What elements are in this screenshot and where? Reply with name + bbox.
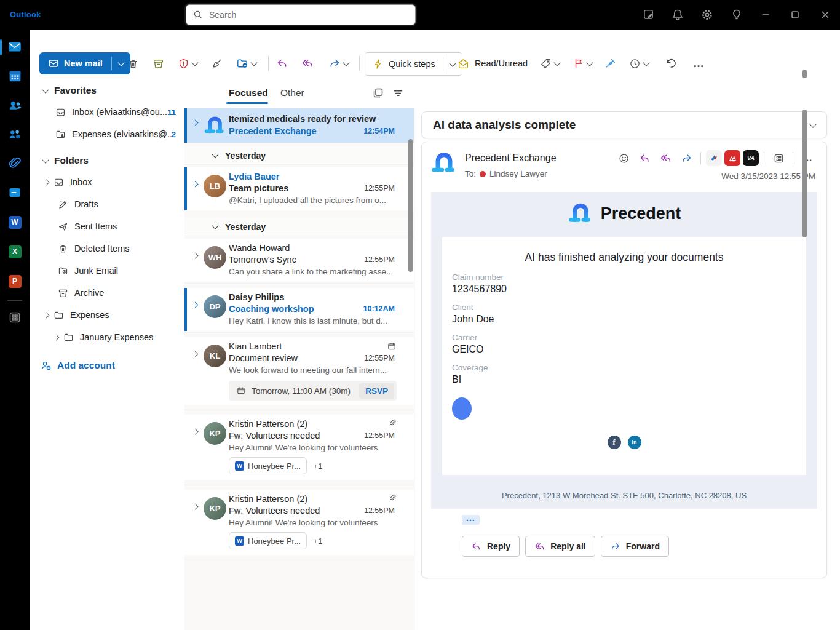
sidebar-item-inbox[interactable]: Inbox: [30, 171, 184, 193]
quick-steps-button[interactable]: Quick steps: [365, 52, 462, 76]
rsvp-button[interactable]: RSVP: [359, 383, 394, 399]
sidebar-item-junk-email[interactable]: Junk Email: [30, 260, 184, 282]
rail-word[interactable]: W: [0, 210, 30, 234]
report-dropdown-chevron[interactable]: [191, 59, 198, 66]
tips-lightbulb-icon[interactable]: [729, 7, 744, 22]
attachment-more-count[interactable]: +1: [313, 536, 322, 546]
read-unread-button[interactable]: Read/Unread: [453, 52, 533, 74]
pin-button[interactable]: [600, 52, 620, 74]
toolbar-more-button[interactable]: …: [687, 52, 710, 74]
forward-dropdown-chevron[interactable]: [343, 59, 349, 66]
expand-chevron[interactable]: [44, 312, 50, 318]
snooze-button[interactable]: [624, 52, 654, 74]
reading-pane-scrollbar-top[interactable]: [802, 70, 807, 78]
folders-header[interactable]: Folders: [30, 150, 184, 171]
settings-gear-icon[interactable]: [700, 7, 715, 22]
reply-all-button[interactable]: Reply all: [525, 536, 595, 557]
expand-conversation-chevron[interactable]: [193, 253, 197, 258]
categorize-button[interactable]: [535, 52, 565, 74]
sender-name[interactable]: Precedent Exchange: [465, 153, 557, 164]
rail-powerpoint[interactable]: P: [0, 269, 30, 293]
expand-conversation-chevron[interactable]: [193, 121, 197, 125]
rail-groups[interactable]: [0, 122, 30, 147]
expand-conversation-chevron[interactable]: [193, 303, 197, 307]
attachment-chip[interactable]: WHoneybee Pr...: [229, 532, 307, 549]
reply-all-icon[interactable]: [656, 150, 675, 167]
rsvp-strip[interactable]: Tomorrow, 11:00 AM (30m) RSVP: [229, 381, 397, 401]
date-group-header[interactable]: Yesterday: [184, 218, 414, 236]
rail-more-apps[interactable]: [0, 305, 30, 330]
rail-calendar[interactable]: [0, 63, 30, 88]
undo-button[interactable]: [660, 52, 681, 74]
expand-conversation-chevron[interactable]: [193, 352, 197, 356]
addin-bird-icon[interactable]: [706, 150, 722, 166]
delete-button[interactable]: [123, 52, 143, 74]
message-more-icon[interactable]: …: [798, 150, 817, 167]
date-group-header[interactable]: Yesterday: [184, 146, 414, 165]
collapse-subject-chevron[interactable]: [810, 124, 826, 127]
addin-red-icon[interactable]: [724, 150, 740, 166]
addin-va-icon[interactable]: VA: [743, 150, 759, 166]
emoji-reaction-icon[interactable]: [614, 150, 633, 167]
expand-conversation-chevron[interactable]: [193, 429, 197, 434]
categorize-dropdown-chevron[interactable]: [553, 59, 560, 66]
flag-button[interactable]: [568, 52, 596, 74]
sidebar-item-archive[interactable]: Archive: [30, 282, 184, 304]
expand-chevron[interactable]: [53, 334, 60, 340]
rail-excel[interactable]: X: [0, 239, 30, 264]
expand-conversation-chevron[interactable]: [193, 182, 197, 186]
my-day-icon[interactable]: [641, 7, 656, 22]
rail-attachments[interactable]: [0, 151, 30, 175]
sidebar-item-inbox-favorite[interactable]: Inbox (elviaatkins@ou... 11: [30, 101, 184, 123]
sidebar-item-deleted-items[interactable]: Deleted Items: [30, 237, 184, 260]
facebook-icon[interactable]: f: [608, 436, 621, 449]
apps-grid-icon[interactable]: [769, 150, 788, 167]
sidebar-item-expenses-favorite[interactable]: Expenses (elviaatkins@... 2: [30, 123, 184, 145]
sweep-button[interactable]: [207, 52, 226, 74]
sidebar-item-expenses[interactable]: Expenses: [30, 304, 184, 326]
expand-chevron[interactable]: [44, 179, 50, 185]
rail-todo[interactable]: [0, 180, 30, 205]
reply-icon[interactable]: [635, 150, 654, 167]
add-account-button[interactable]: Add account: [30, 354, 184, 377]
notifications-icon[interactable]: [670, 7, 685, 22]
archive-button[interactable]: [148, 52, 168, 74]
new-mail-main[interactable]: New mail: [39, 58, 111, 69]
tab-focused[interactable]: Focused: [229, 87, 268, 98]
attachment-more-count[interactable]: +1: [313, 461, 322, 471]
truncated-button-image[interactable]: [452, 397, 472, 420]
email-row-kian[interactable]: KL Kian Lambert Document review 12:55PM …: [184, 337, 414, 405]
close-button[interactable]: [818, 7, 833, 22]
email-row-daisy[interactable]: DP Daisy Philips Coaching workshop 10:12…: [184, 288, 414, 331]
filter-icon[interactable]: [392, 87, 404, 99]
show-trimmed-content-button[interactable]: ...: [462, 515, 480, 525]
attachment-chip[interactable]: WHoneybee Pr...: [229, 457, 307, 474]
forward-icon[interactable]: [677, 150, 695, 167]
email-row-lydia[interactable]: LB Lydia Bauer Team pictures 12:55PM @Ka…: [184, 167, 414, 210]
snooze-dropdown-chevron[interactable]: [643, 59, 649, 66]
forward-button-toolbar[interactable]: [322, 52, 354, 74]
message-list-scrollbar[interactable]: [408, 139, 413, 272]
rail-people[interactable]: [0, 93, 30, 118]
select-messages-icon[interactable]: [372, 87, 384, 99]
forward-button[interactable]: Forward: [601, 536, 669, 557]
new-mail-button[interactable]: New mail: [39, 52, 130, 74]
rail-mail[interactable]: [0, 34, 30, 59]
recipient-name[interactable]: Lindsey Lawyer: [489, 169, 547, 178]
email-row-precedent[interactable]: Itemized medicals ready for review Prece…: [184, 108, 414, 143]
minimize-button[interactable]: [758, 7, 773, 22]
reply-button-toolbar[interactable]: [272, 52, 293, 74]
reply-all-button-toolbar[interactable]: [296, 52, 319, 74]
reading-pane-scrollbar[interactable]: [802, 110, 807, 237]
favorites-header[interactable]: Favorites: [30, 80, 184, 101]
sidebar-item-sent-items[interactable]: Sent Items: [30, 215, 184, 237]
sidebar-item-drafts[interactable]: Drafts: [30, 193, 184, 215]
report-button[interactable]: [172, 52, 203, 74]
search-input[interactable]: [208, 9, 415, 20]
expand-conversation-chevron[interactable]: [193, 504, 197, 509]
email-row-kristin-2[interactable]: KP Kristin Patterson (2) Fw: Volunteers …: [184, 490, 414, 555]
linkedin-icon[interactable]: in: [628, 436, 641, 449]
move-to-dropdown-chevron[interactable]: [250, 59, 257, 66]
email-row-kristin-1[interactable]: KP Kristin Patterson (2) Fw: Volunteers …: [184, 415, 414, 480]
outlook-logo[interactable]: Outlook: [10, 10, 41, 19]
